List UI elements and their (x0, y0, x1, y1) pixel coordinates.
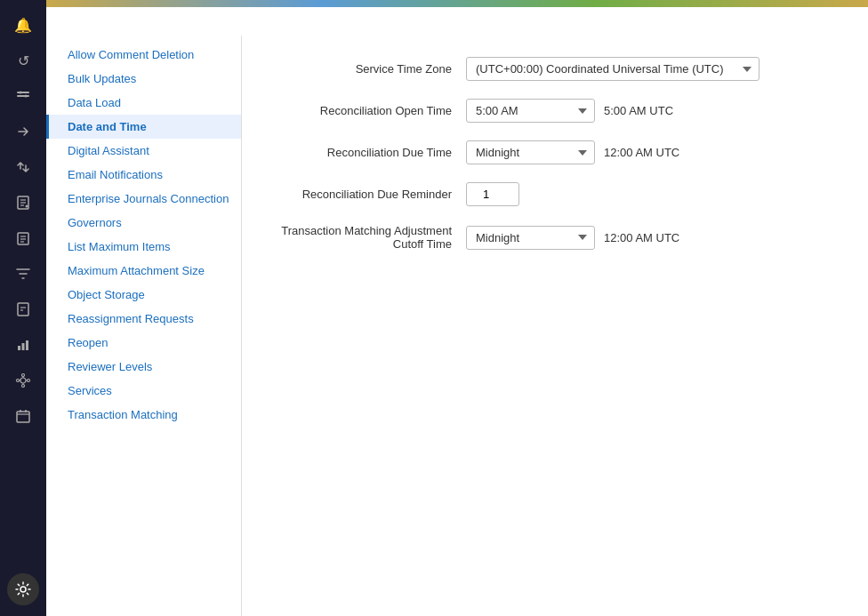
select-time-1[interactable]: 5:00 AM (466, 99, 595, 123)
calendar-icon[interactable] (7, 400, 39, 432)
svg-point-20 (22, 374, 25, 377)
arrow-right-icon[interactable] (7, 116, 39, 148)
nav-item-transaction-matching[interactable]: Transaction Matching (46, 403, 241, 427)
form-control-0: (UTC+00:00) Coordinated Universal Time (… (466, 57, 760, 81)
nav-item-data-load[interactable]: Data Load (46, 91, 241, 115)
svg-point-32 (20, 587, 26, 592)
svg-rect-0 (17, 92, 29, 93)
select-time-2[interactable]: Midnight (466, 140, 595, 164)
svg-rect-18 (26, 340, 28, 350)
select-time-4[interactable]: Midnight (466, 226, 595, 250)
nav-item-allow-comment-deletion[interactable]: Allow Comment Deletion (46, 43, 241, 67)
nav-item-bulk-updates[interactable]: Bulk Updates (46, 67, 241, 91)
utc-label-4: 12:00 AM UTC (604, 231, 679, 244)
svg-rect-1 (17, 95, 29, 97)
svg-point-21 (22, 385, 25, 388)
nav-item-reassignment-requests[interactable]: Reassignment Requests (46, 307, 241, 331)
form-row-3: Reconciliation Due Reminder (270, 182, 840, 206)
clipboard-icon[interactable] (7, 222, 39, 254)
svg-rect-28 (17, 412, 29, 422)
nav-item-list-maximum-items[interactable]: List Maximum Items (46, 235, 241, 259)
form-row-2: Reconciliation Due TimeMidnight12:00 AM … (270, 140, 840, 164)
utc-label-2: 12:00 AM UTC (604, 146, 679, 159)
svg-point-23 (28, 380, 30, 382)
document-settings-icon[interactable] (7, 187, 39, 219)
form-control-2: Midnight12:00 AM UTC (466, 140, 679, 164)
form-label-2: Reconciliation Due Time (270, 146, 466, 159)
nav-item-date-and-time[interactable]: Date and Time (46, 115, 241, 139)
page-header (46, 7, 868, 36)
form-control-4: Midnight12:00 AM UTC (466, 226, 679, 250)
nav-item-reopen[interactable]: Reopen (46, 331, 241, 355)
detail-panel: Service Time Zone(UTC+00:00) Coordinated… (242, 36, 868, 616)
nav-item-digital-assistant[interactable]: Digital Assistant (46, 139, 241, 163)
svg-point-3 (25, 95, 28, 98)
form-row-0: Service Time Zone(UTC+00:00) Coordinated… (270, 57, 840, 81)
network-icon[interactable] (7, 364, 39, 396)
utc-label-1: 5:00 AM UTC (604, 104, 673, 117)
form-control-1: 5:00 AM5:00 AM UTC (466, 99, 673, 123)
report-icon[interactable] (7, 293, 39, 325)
chart-icon[interactable] (7, 329, 39, 361)
nav-item-email-notifications[interactable]: Email Notifications (46, 163, 241, 187)
form-control-3 (466, 182, 519, 206)
nav-panel: Allow Comment DeletionBulk UpdatesData L… (46, 36, 242, 616)
main-layout: Allow Comment DeletionBulk UpdatesData L… (46, 0, 868, 616)
svg-point-8 (26, 205, 28, 208)
svg-rect-17 (22, 343, 25, 350)
top-decorative-bar (46, 0, 868, 7)
form-label-1: Reconciliation Open Time (270, 104, 466, 117)
svg-point-22 (17, 380, 20, 382)
sidebar: 🔔 ↺ (0, 0, 46, 616)
svg-rect-16 (18, 346, 20, 350)
nav-item-governors[interactable]: Governors (46, 211, 241, 235)
form-row-4: Transaction Matching Adjustment Cutoff T… (270, 224, 840, 251)
nav-item-enterprise-journals-connection[interactable]: Enterprise Journals Connection (46, 187, 241, 211)
reconcile-icon[interactable] (7, 151, 39, 183)
bell-icon[interactable]: 🔔 (7, 9, 39, 41)
number-input-3[interactable] (466, 182, 519, 206)
nav-item-reviewer-levels[interactable]: Reviewer Levels (46, 355, 241, 379)
svg-rect-13 (18, 303, 28, 316)
svg-point-19 (20, 378, 26, 383)
refresh-icon[interactable]: ↺ (7, 44, 39, 76)
gear-settings-icon[interactable] (7, 573, 39, 605)
list-settings-icon[interactable] (7, 80, 39, 112)
filter-icon[interactable] (7, 258, 39, 290)
form-label-4: Transaction Matching Adjustment Cutoff T… (270, 224, 466, 251)
svg-point-2 (20, 92, 22, 94)
nav-item-services[interactable]: Services (46, 379, 241, 403)
form-label-0: Service Time Zone (270, 62, 466, 76)
form-label-3: Reconciliation Due Reminder (270, 188, 466, 201)
nav-item-object-storage[interactable]: Object Storage (46, 283, 241, 307)
body-layout: Allow Comment DeletionBulk UpdatesData L… (46, 36, 868, 616)
select-timezone[interactable]: (UTC+00:00) Coordinated Universal Time (… (466, 57, 760, 81)
nav-item-maximum-attachment-size[interactable]: Maximum Attachment Size (46, 259, 241, 283)
form-row-1: Reconciliation Open Time5:00 AM5:00 AM U… (270, 99, 840, 123)
